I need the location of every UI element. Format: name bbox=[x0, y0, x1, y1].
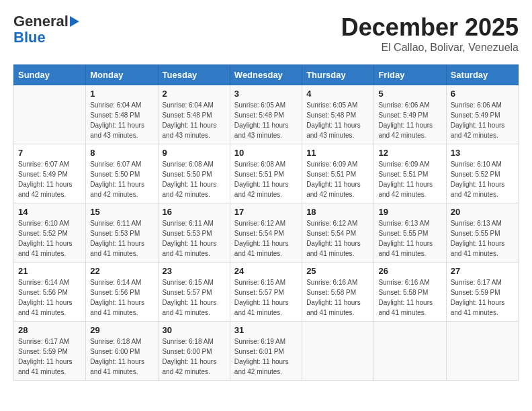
page-header: General Blue December 2025 El Callao, Bo… bbox=[13, 13, 519, 54]
header-thursday: Thursday bbox=[302, 65, 374, 85]
calendar-cell: 22Sunrise: 6:14 AM Sunset: 5:56 PM Dayli… bbox=[86, 263, 158, 322]
day-info: Sunrise: 6:10 AM Sunset: 5:52 PM Dayligh… bbox=[451, 159, 514, 199]
day-number: 26 bbox=[378, 266, 441, 276]
day-number: 12 bbox=[378, 148, 441, 158]
day-info: Sunrise: 6:16 AM Sunset: 5:58 PM Dayligh… bbox=[378, 277, 441, 318]
calendar-cell: 5Sunrise: 6:06 AM Sunset: 5:49 PM Daylig… bbox=[374, 85, 446, 144]
calendar-cell: 16Sunrise: 6:11 AM Sunset: 5:53 PM Dayli… bbox=[158, 203, 230, 263]
day-number: 28 bbox=[18, 325, 81, 335]
calendar-cell: 11Sunrise: 6:09 AM Sunset: 5:51 PM Dayli… bbox=[302, 144, 374, 203]
calendar-cell: 17Sunrise: 6:12 AM Sunset: 5:54 PM Dayli… bbox=[230, 203, 302, 263]
calendar-cell: 27Sunrise: 6:17 AM Sunset: 5:59 PM Dayli… bbox=[446, 263, 518, 322]
calendar-cell bbox=[302, 322, 374, 381]
logo: General Blue bbox=[13, 13, 79, 46]
day-info: Sunrise: 6:18 AM Sunset: 6:00 PM Dayligh… bbox=[90, 336, 153, 377]
calendar-week-1: 1Sunrise: 6:04 AM Sunset: 5:48 PM Daylig… bbox=[14, 85, 519, 144]
title-area: December 2025 El Callao, Bolivar, Venezu… bbox=[341, 13, 519, 54]
day-info: Sunrise: 6:12 AM Sunset: 5:54 PM Dayligh… bbox=[234, 218, 298, 259]
calendar-cell: 9Sunrise: 6:08 AM Sunset: 5:50 PM Daylig… bbox=[158, 144, 230, 203]
calendar-week-5: 28Sunrise: 6:17 AM Sunset: 5:59 PM Dayli… bbox=[14, 322, 519, 381]
logo-text-blue: Blue bbox=[13, 30, 46, 46]
calendar-cell: 3Sunrise: 6:05 AM Sunset: 5:48 PM Daylig… bbox=[230, 85, 302, 144]
day-number: 11 bbox=[306, 148, 369, 158]
day-number: 5 bbox=[378, 89, 441, 99]
calendar-header-row: SundayMondayTuesdayWednesdayThursdayFrid… bbox=[14, 65, 519, 85]
day-info: Sunrise: 6:05 AM Sunset: 5:48 PM Dayligh… bbox=[234, 100, 298, 140]
day-info: Sunrise: 6:15 AM Sunset: 5:57 PM Dayligh… bbox=[234, 277, 298, 318]
calendar-cell bbox=[14, 85, 86, 144]
calendar-body: 1Sunrise: 6:04 AM Sunset: 5:48 PM Daylig… bbox=[14, 85, 519, 381]
day-number: 18 bbox=[306, 207, 369, 217]
calendar-cell: 24Sunrise: 6:15 AM Sunset: 5:57 PM Dayli… bbox=[230, 263, 302, 322]
calendar-cell: 31Sunrise: 6:19 AM Sunset: 6:01 PM Dayli… bbox=[230, 322, 302, 381]
day-number: 3 bbox=[234, 89, 298, 99]
calendar-table: SundayMondayTuesdayWednesdayThursdayFrid… bbox=[13, 64, 519, 381]
day-number: 27 bbox=[451, 266, 514, 276]
day-info: Sunrise: 6:14 AM Sunset: 5:56 PM Dayligh… bbox=[18, 277, 81, 318]
calendar-cell: 12Sunrise: 6:09 AM Sunset: 5:51 PM Dayli… bbox=[374, 144, 446, 203]
calendar-cell: 8Sunrise: 6:07 AM Sunset: 5:50 PM Daylig… bbox=[86, 144, 158, 203]
day-number: 13 bbox=[451, 148, 514, 158]
calendar-cell: 25Sunrise: 6:16 AM Sunset: 5:58 PM Dayli… bbox=[302, 263, 374, 322]
calendar-week-4: 21Sunrise: 6:14 AM Sunset: 5:56 PM Dayli… bbox=[14, 263, 519, 322]
day-number: 21 bbox=[18, 266, 81, 276]
day-info: Sunrise: 6:13 AM Sunset: 5:55 PM Dayligh… bbox=[451, 218, 514, 259]
day-number: 19 bbox=[378, 207, 441, 217]
calendar-cell: 21Sunrise: 6:14 AM Sunset: 5:56 PM Dayli… bbox=[14, 263, 86, 322]
day-info: Sunrise: 6:05 AM Sunset: 5:48 PM Dayligh… bbox=[306, 100, 369, 140]
logo-arrow-icon bbox=[70, 16, 79, 27]
calendar-cell: 4Sunrise: 6:05 AM Sunset: 5:48 PM Daylig… bbox=[302, 85, 374, 144]
day-number: 10 bbox=[234, 148, 298, 158]
day-info: Sunrise: 6:17 AM Sunset: 5:59 PM Dayligh… bbox=[451, 277, 514, 318]
day-number: 7 bbox=[18, 148, 81, 158]
day-info: Sunrise: 6:13 AM Sunset: 5:55 PM Dayligh… bbox=[378, 218, 441, 259]
month-title: December 2025 bbox=[341, 13, 519, 42]
logo-text-general: General bbox=[13, 13, 69, 30]
day-info: Sunrise: 6:08 AM Sunset: 5:51 PM Dayligh… bbox=[234, 159, 298, 199]
calendar-cell: 28Sunrise: 6:17 AM Sunset: 5:59 PM Dayli… bbox=[14, 322, 86, 381]
header-tuesday: Tuesday bbox=[158, 65, 230, 85]
calendar-cell: 18Sunrise: 6:12 AM Sunset: 5:54 PM Dayli… bbox=[302, 203, 374, 263]
day-number: 17 bbox=[234, 207, 298, 217]
day-info: Sunrise: 6:08 AM Sunset: 5:50 PM Dayligh… bbox=[163, 159, 226, 199]
calendar-cell: 26Sunrise: 6:16 AM Sunset: 5:58 PM Dayli… bbox=[374, 263, 446, 322]
day-info: Sunrise: 6:04 AM Sunset: 5:48 PM Dayligh… bbox=[163, 100, 226, 140]
header-wednesday: Wednesday bbox=[230, 65, 302, 85]
header-saturday: Saturday bbox=[446, 65, 518, 85]
day-info: Sunrise: 6:06 AM Sunset: 5:49 PM Dayligh… bbox=[378, 100, 441, 140]
day-number: 23 bbox=[163, 266, 226, 276]
calendar-cell: 23Sunrise: 6:15 AM Sunset: 5:57 PM Dayli… bbox=[158, 263, 230, 322]
day-number: 16 bbox=[163, 207, 226, 217]
calendar-cell: 14Sunrise: 6:10 AM Sunset: 5:52 PM Dayli… bbox=[14, 203, 86, 263]
calendar-cell: 30Sunrise: 6:18 AM Sunset: 6:00 PM Dayli… bbox=[158, 322, 230, 381]
day-number: 2 bbox=[163, 89, 226, 99]
calendar-cell: 13Sunrise: 6:10 AM Sunset: 5:52 PM Dayli… bbox=[446, 144, 518, 203]
day-number: 24 bbox=[234, 266, 298, 276]
calendar-cell: 29Sunrise: 6:18 AM Sunset: 6:00 PM Dayli… bbox=[86, 322, 158, 381]
day-info: Sunrise: 6:09 AM Sunset: 5:51 PM Dayligh… bbox=[306, 159, 369, 199]
day-number: 6 bbox=[451, 89, 514, 99]
day-number: 25 bbox=[306, 266, 369, 276]
day-info: Sunrise: 6:07 AM Sunset: 5:49 PM Dayligh… bbox=[18, 159, 81, 199]
day-info: Sunrise: 6:14 AM Sunset: 5:56 PM Dayligh… bbox=[90, 277, 153, 318]
day-number: 31 bbox=[234, 325, 298, 335]
day-number: 30 bbox=[163, 325, 226, 335]
header-friday: Friday bbox=[374, 65, 446, 85]
calendar-week-2: 7Sunrise: 6:07 AM Sunset: 5:49 PM Daylig… bbox=[14, 144, 519, 203]
day-info: Sunrise: 6:11 AM Sunset: 5:53 PM Dayligh… bbox=[163, 218, 226, 259]
day-info: Sunrise: 6:07 AM Sunset: 5:50 PM Dayligh… bbox=[90, 159, 153, 199]
calendar-cell bbox=[446, 322, 518, 381]
day-number: 29 bbox=[90, 325, 153, 335]
calendar-week-3: 14Sunrise: 6:10 AM Sunset: 5:52 PM Dayli… bbox=[14, 203, 519, 263]
calendar-cell: 1Sunrise: 6:04 AM Sunset: 5:48 PM Daylig… bbox=[86, 85, 158, 144]
calendar-cell: 15Sunrise: 6:11 AM Sunset: 5:53 PM Dayli… bbox=[86, 203, 158, 263]
header-sunday: Sunday bbox=[14, 65, 86, 85]
calendar-cell: 7Sunrise: 6:07 AM Sunset: 5:49 PM Daylig… bbox=[14, 144, 86, 203]
day-info: Sunrise: 6:09 AM Sunset: 5:51 PM Dayligh… bbox=[378, 159, 441, 199]
calendar-cell: 6Sunrise: 6:06 AM Sunset: 5:49 PM Daylig… bbox=[446, 85, 518, 144]
day-info: Sunrise: 6:11 AM Sunset: 5:53 PM Dayligh… bbox=[90, 218, 153, 259]
day-info: Sunrise: 6:16 AM Sunset: 5:58 PM Dayligh… bbox=[306, 277, 369, 318]
day-number: 14 bbox=[18, 207, 81, 217]
calendar-cell bbox=[374, 322, 446, 381]
day-info: Sunrise: 6:06 AM Sunset: 5:49 PM Dayligh… bbox=[451, 100, 514, 140]
